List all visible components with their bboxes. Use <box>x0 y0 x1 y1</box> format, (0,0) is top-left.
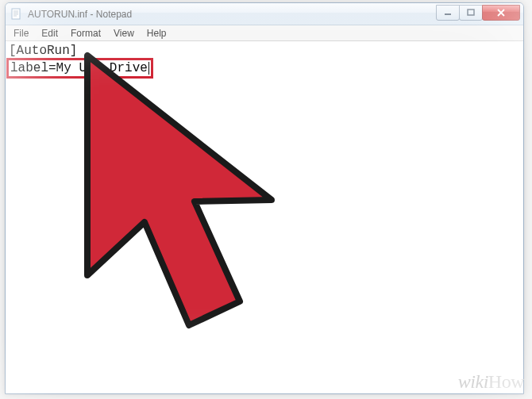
menubar: File Edit Format View Help <box>6 25 523 41</box>
window-controls <box>437 5 520 21</box>
watermark-part2: How <box>488 371 524 392</box>
watermark: wikiHow <box>458 371 524 393</box>
close-button[interactable] <box>482 5 520 21</box>
titlebar[interactable]: AUTORUN.inf - Notepad <box>6 3 523 25</box>
text-caret <box>148 62 149 75</box>
maximize-button[interactable] <box>459 5 483 21</box>
menu-format[interactable]: Format <box>64 26 107 40</box>
text-line-1: [AutoRun] <box>9 43 520 59</box>
text-line-2: label=My USB Drive <box>10 61 148 75</box>
watermark-part1: wiki <box>458 371 488 392</box>
menu-view[interactable]: View <box>107 26 141 40</box>
minimize-button[interactable] <box>436 5 460 21</box>
menu-edit[interactable]: Edit <box>35 26 64 40</box>
window-title: AUTORUN.inf - Notepad <box>26 9 437 20</box>
menu-help[interactable]: Help <box>141 26 173 40</box>
notepad-icon <box>10 8 23 21</box>
menu-file[interactable]: File <box>7 26 35 40</box>
svg-rect-6 <box>468 10 474 15</box>
annotation-highlight: label=My USB Drive <box>6 58 153 79</box>
text-area[interactable]: [AutoRun] label=My USB Drive <box>6 41 523 393</box>
notepad-window: AUTORUN.inf - Notepad File Edit Format V… <box>5 2 524 394</box>
